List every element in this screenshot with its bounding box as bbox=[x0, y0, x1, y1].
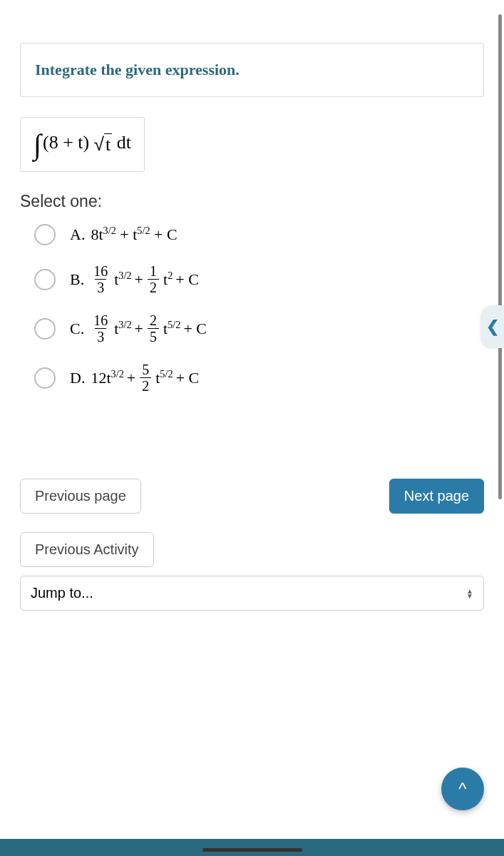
previous-page-button[interactable]: Previous page bbox=[20, 479, 141, 514]
scroll-indicator bbox=[498, 14, 502, 499]
nav-buttons: Previous page Next page Previous Activit… bbox=[20, 479, 484, 611]
fraction: 52 bbox=[140, 362, 151, 393]
fraction: 163 bbox=[91, 313, 110, 344]
jump-to-select[interactable]: Jump to... ▲▼ bbox=[20, 576, 484, 611]
sqrt: √t bbox=[94, 133, 113, 156]
question-title: Integrate the given expression. bbox=[35, 61, 469, 79]
integral-expression: ∫(8 + t) √t dt bbox=[20, 117, 145, 172]
fraction: 163 bbox=[91, 264, 110, 295]
integral-sign: ∫ bbox=[34, 128, 41, 161]
option-letter: B. bbox=[70, 270, 84, 289]
option-letter: A. bbox=[70, 225, 85, 244]
select-one-label: Select one: bbox=[20, 192, 484, 211]
next-page-button[interactable]: Next page bbox=[389, 479, 484, 514]
chevron-up-icon: ^ bbox=[458, 779, 466, 799]
option-a: A. 8t3/2 + t5/2 + C bbox=[34, 224, 484, 245]
chevron-left-icon: ❮ bbox=[486, 317, 499, 336]
scroll-top-button[interactable]: ^ bbox=[441, 768, 484, 810]
radio-a[interactable] bbox=[34, 224, 56, 245]
option-c-math: 163 t3/2 + 25 t5/2 + C bbox=[90, 313, 207, 344]
radio-d[interactable] bbox=[34, 367, 56, 389]
side-panel-toggle[interactable]: ❮ bbox=[481, 305, 504, 348]
previous-activity-button[interactable]: Previous Activity bbox=[20, 532, 154, 567]
question-box: Integrate the given expression. bbox=[20, 43, 484, 97]
select-arrows-icon: ▲▼ bbox=[466, 588, 473, 598]
option-b-math: 163 t3/2 + 12 t2 + C bbox=[90, 264, 199, 295]
option-a-math: 8t3/2 + t5/2 + C bbox=[91, 225, 177, 244]
option-d-math: 12t3/2 + 52 t5/2 + C bbox=[91, 362, 199, 393]
home-handle bbox=[202, 848, 302, 852]
option-d: D. 12t3/2 + 52 t5/2 + C bbox=[34, 362, 484, 393]
option-letter: C. bbox=[70, 320, 84, 338]
option-c: C. 163 t3/2 + 25 t5/2 + C bbox=[34, 313, 484, 344]
footer-bar bbox=[0, 839, 504, 856]
options-list: A. 8t3/2 + t5/2 + C B. 163 t3/2 + 12 t2 … bbox=[20, 224, 484, 393]
jump-label: Jump to... bbox=[31, 585, 93, 601]
fraction: 25 bbox=[148, 313, 159, 344]
option-letter: D. bbox=[70, 369, 85, 387]
radio-b[interactable] bbox=[34, 269, 56, 290]
option-b: B. 163 t3/2 + 12 t2 + C bbox=[34, 264, 484, 295]
fraction: 12 bbox=[148, 264, 159, 295]
radio-c[interactable] bbox=[34, 318, 56, 340]
